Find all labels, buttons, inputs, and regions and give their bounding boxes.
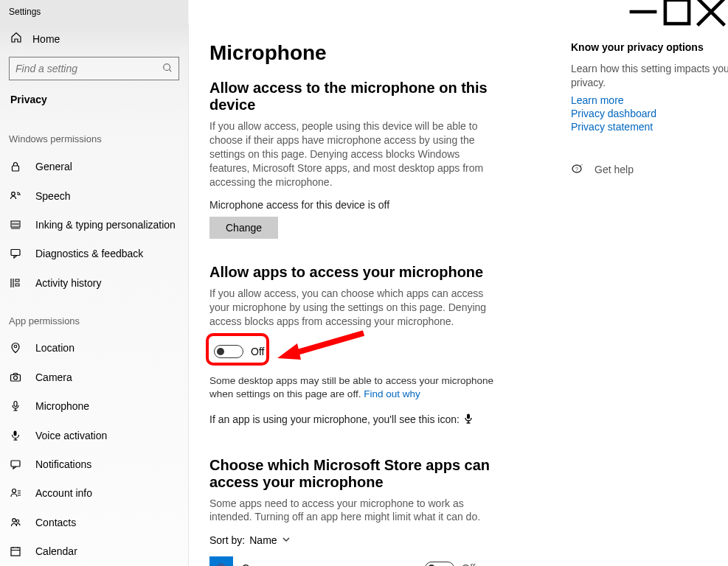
location-icon — [9, 342, 22, 354]
sidebar-item-calendar[interactable]: Calendar — [0, 537, 188, 566]
sidebar-item-account-info[interactable]: Account info — [0, 479, 188, 508]
main-content: Microphone Allow access to the microphon… — [189, 24, 728, 566]
get-help-label: Get help — [594, 164, 634, 175]
svg-point-30 — [13, 489, 16, 493]
sidebar-home-label: Home — [32, 33, 60, 45]
section-windows-permissions: Windows permissions — [0, 116, 188, 152]
annotation-arrow — [271, 326, 367, 370]
svg-rect-42 — [467, 413, 470, 419]
sidebar: Home Privacy Windows permissions General… — [0, 24, 189, 566]
section-store-apps-desc: Some apps need to access your microphone… — [209, 497, 499, 525]
info-link-learn-more[interactable]: Learn more — [571, 94, 728, 106]
sidebar-item-label: Calendar — [35, 545, 77, 557]
svg-marker-41 — [277, 343, 301, 360]
svg-point-7 — [12, 192, 15, 195]
voice-activation-icon — [9, 430, 22, 441]
svg-rect-6 — [13, 166, 19, 171]
section-device-access-desc: If you allow access, people using this d… — [209, 119, 499, 189]
desktop-apps-note: Some desktop apps may still be able to a… — [209, 374, 499, 401]
get-help-icon: ? — [571, 162, 584, 178]
sidebar-item-activity-history[interactable]: Activity history — [0, 268, 188, 297]
sidebar-item-label: Contacts — [35, 517, 76, 528]
get-help-link[interactable]: ? Get help — [571, 162, 728, 178]
svg-line-40 — [292, 333, 364, 354]
device-access-status: Microphone access for this device is off — [209, 199, 499, 211]
sidebar-item-diagnostics[interactable]: Diagnostics & feedback — [0, 240, 188, 268]
sidebar-item-label: Activity history — [35, 277, 101, 289]
svg-point-35 — [16, 520, 19, 523]
camera-icon — [9, 371, 22, 383]
app-row-camera: Camera Off — [209, 553, 499, 566]
search-icon — [162, 63, 173, 75]
calendar-icon — [9, 545, 22, 557]
svg-rect-1 — [665, 0, 689, 24]
info-desc: Learn how this setting impacts your priv… — [571, 62, 728, 90]
sidebar-item-inking[interactable]: Inking & typing personalization — [0, 210, 188, 239]
sidebar-item-camera[interactable]: Camera — [0, 363, 188, 391]
svg-line-5 — [170, 70, 172, 72]
svg-rect-19 — [15, 284, 19, 286]
home-icon — [10, 32, 22, 46]
svg-rect-18 — [15, 279, 19, 282]
sidebar-home[interactable]: Home — [0, 24, 188, 54]
svg-rect-26 — [14, 430, 17, 436]
sidebar-item-label: Inking & typing personalization — [35, 219, 176, 231]
window-title: Settings — [0, 7, 626, 17]
speech-icon — [9, 190, 22, 202]
info-heading: Know your privacy options — [571, 41, 728, 53]
close-button[interactable] — [694, 0, 728, 24]
search-input-wrap[interactable] — [9, 57, 179, 80]
sidebar-item-label: Speech — [35, 190, 70, 202]
title-bar: Settings — [0, 0, 728, 24]
search-input[interactable] — [15, 63, 162, 74]
microphone-indicator-icon — [464, 413, 473, 426]
section-store-apps-heading: Choose which Microsoft Store apps can ac… — [209, 457, 499, 491]
minimize-button[interactable] — [626, 0, 660, 24]
mic-indicator-info: If an app is using your microphone, you'… — [209, 413, 499, 426]
section-device-access-heading: Allow access to the microphone on this d… — [209, 80, 499, 113]
maximize-button[interactable] — [660, 0, 694, 24]
sidebar-item-voice-activation[interactable]: Voice activation — [0, 421, 188, 450]
apps-access-toggle[interactable] — [214, 345, 243, 358]
app-toggle-label: Off — [462, 562, 475, 566]
chevron-down-icon — [282, 534, 291, 546]
sidebar-item-label: Notifications — [35, 458, 91, 470]
sidebar-item-label: Voice activation — [35, 430, 107, 441]
svg-rect-36 — [11, 548, 20, 556]
notifications-icon — [9, 458, 22, 470]
sidebar-item-label: Account info — [35, 487, 92, 499]
sidebar-item-label: Location — [35, 342, 74, 354]
info-link-privacy-dashboard[interactable]: Privacy dashboard — [571, 108, 728, 119]
sort-by-value: Name — [249, 534, 277, 546]
sort-by-label: Sort by: — [209, 534, 245, 546]
inking-icon — [9, 219, 22, 231]
sidebar-item-microphone[interactable]: Microphone — [0, 391, 188, 420]
sidebar-current-section: Privacy — [0, 88, 188, 116]
svg-rect-29 — [11, 461, 20, 467]
svg-text:?: ? — [575, 167, 578, 172]
feedback-icon — [9, 248, 22, 259]
sidebar-item-notifications[interactable]: Notifications — [0, 450, 188, 478]
page-title: Microphone — [209, 41, 499, 65]
section-apps-access-heading: Allow apps to access your microphone — [209, 264, 499, 281]
sort-by-control[interactable]: Sort by: Name — [209, 534, 499, 546]
app-name: Camera — [242, 562, 410, 566]
app-camera-toggle[interactable] — [425, 562, 454, 566]
info-link-privacy-statement[interactable]: Privacy statement — [571, 121, 728, 133]
microphone-icon — [9, 400, 22, 412]
sidebar-item-label: Microphone — [35, 400, 89, 412]
app-tile-camera — [209, 556, 233, 566]
svg-rect-23 — [14, 402, 17, 407]
section-app-permissions: App permissions — [0, 298, 188, 334]
svg-point-34 — [13, 519, 16, 523]
svg-point-20 — [14, 345, 17, 348]
svg-point-50 — [580, 165, 581, 167]
sidebar-item-location[interactable]: Location — [0, 334, 188, 363]
svg-point-4 — [164, 64, 170, 71]
sidebar-item-speech[interactable]: Speech — [0, 181, 188, 210]
sidebar-item-general[interactable]: General — [0, 152, 188, 181]
change-button[interactable]: Change — [209, 217, 278, 239]
apps-access-toggle-label: Off — [251, 346, 264, 357]
sidebar-item-contacts[interactable]: Contacts — [0, 508, 188, 537]
find-out-why-link[interactable]: Find out why — [364, 388, 420, 399]
